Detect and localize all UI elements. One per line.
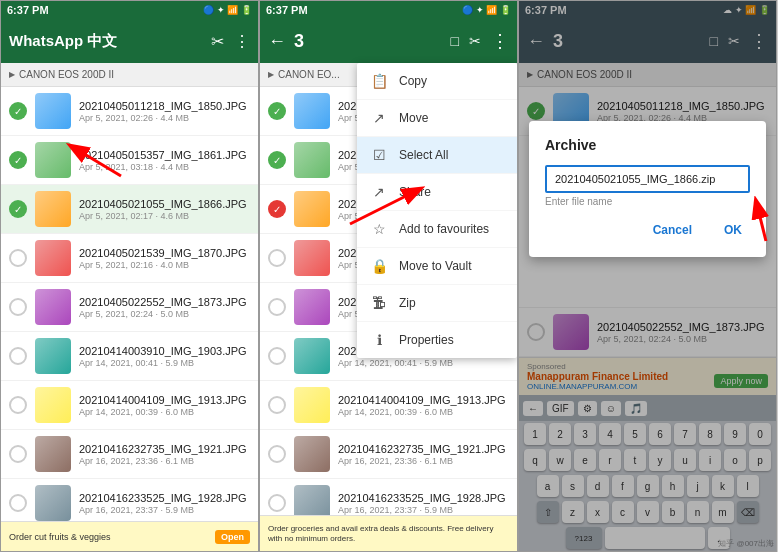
uncheck-icon (268, 249, 286, 267)
check-icon: ✓ (268, 151, 286, 169)
file-thumb (35, 387, 71, 423)
check-icon: ✓ (9, 102, 27, 120)
file-info: 20210416232735_IMG_1921.JPG Apr 16, 2021… (338, 443, 509, 466)
menu-label-vault: Move to Vault (399, 259, 471, 273)
file-item[interactable]: 20210416233525_IMG_1928.JPG Apr 16, 2021… (260, 479, 517, 515)
file-thumb (294, 338, 330, 374)
bottom-banner-2: Order groceries and avail extra deals & … (260, 515, 517, 551)
archive-buttons: Cancel OK (545, 219, 750, 241)
file-thumb (294, 93, 330, 129)
uncheck-icon (268, 445, 286, 463)
file-item[interactable]: ✓ 20210405011218_IMG_1850.JPG Apr 5, 202… (1, 87, 258, 136)
file-info: 20210414004109_IMG_1913.JPG Apr 14, 2021… (79, 394, 250, 417)
file-info: 20210405015357_IMG_1861.JPG Apr 5, 2021,… (79, 149, 250, 172)
file-item[interactable]: 20210414004109_IMG_1913.JPG Apr 14, 2021… (260, 381, 517, 430)
file-thumb (35, 142, 71, 178)
selection-count-2: 3 (294, 31, 304, 52)
archive-filename-input[interactable] (545, 165, 750, 193)
uncheck-icon (268, 298, 286, 316)
archive-title: Archive (545, 137, 750, 153)
breadcrumb-arrow-1: ▶ (9, 70, 15, 79)
file-info: 20210416233525_IMG_1928.JPG Apr 16, 2021… (79, 492, 250, 515)
file-thumb (294, 485, 330, 515)
menu-item-select-all[interactable]: ☑ Select All (357, 137, 517, 174)
panel-2: 6:37 PM 🔵 ✦ 📶 🔋 ← 3 □ ✂ ⋮ ▶ CANON EO... … (259, 0, 518, 552)
file-thumb (35, 93, 71, 129)
select-all-icon: ☑ (371, 147, 387, 163)
file-thumb (294, 240, 330, 276)
menu-label-move: Move (399, 111, 428, 125)
more-icon-1[interactable]: ⋮ (234, 32, 250, 51)
file-list-1[interactable]: ✓ 20210405011218_IMG_1850.JPG Apr 5, 202… (1, 87, 258, 521)
uncheck-icon (9, 249, 27, 267)
file-item[interactable]: 20210405021539_IMG_1870.JPG Apr 5, 2021,… (1, 234, 258, 283)
file-info: 20210416233525_IMG_1928.JPG Apr 16, 2021… (338, 492, 509, 515)
menu-label-properties: Properties (399, 333, 454, 347)
uncheck-icon (9, 298, 27, 316)
menu-item-copy[interactable]: 📋 Copy (357, 63, 517, 100)
copy-icon: 📋 (371, 73, 387, 89)
status-icons-1: 🔵 ✦ 📶 🔋 (203, 5, 252, 15)
app-header-2: ← 3 □ ✂ ⋮ (260, 19, 517, 63)
file-thumb (35, 338, 71, 374)
file-item[interactable]: 20210416232735_IMG_1921.JPG Apr 16, 2021… (260, 430, 517, 479)
archive-overlay (519, 1, 776, 551)
app-title-1: WhatsApp 中文 (9, 32, 117, 51)
file-thumb (35, 191, 71, 227)
menu-item-properties[interactable]: ℹ Properties (357, 322, 517, 358)
share-icon: ↗ (371, 184, 387, 200)
file-item[interactable]: ✓ 20210405021055_IMG_1866.JPG Apr 5, 202… (1, 185, 258, 234)
scissors-icon-1[interactable]: ✂ (211, 32, 224, 51)
open-button-1[interactable]: Open (215, 530, 250, 544)
file-info: 20210416232735_IMG_1921.JPG Apr 16, 2021… (79, 443, 250, 466)
uncheck-icon (268, 494, 286, 512)
breadcrumb-arrow-2: ▶ (268, 70, 274, 79)
menu-label-favourites: Add to favourites (399, 222, 489, 236)
bottom-banner-1: Order cut fruits & veggies Open (1, 521, 258, 551)
file-info: 20210405021055_IMG_1866.JPG Apr 5, 2021,… (79, 198, 250, 221)
file-item[interactable]: 20210414003910_IMG_1903.JPG Apr 14, 2021… (1, 332, 258, 381)
menu-item-favourites[interactable]: ☆ Add to favourites (357, 211, 517, 248)
uncheck-icon (268, 347, 286, 365)
copy-icon-2[interactable]: □ (451, 33, 459, 49)
menu-label-select-all: Select All (399, 148, 448, 162)
app-header-1: WhatsApp 中文 ✂ ⋮ (1, 19, 258, 63)
status-bar-1: 6:37 PM 🔵 ✦ 📶 🔋 (1, 1, 258, 19)
archive-dialog: Archive Enter file name Cancel OK (529, 121, 766, 257)
file-item[interactable]: 20210405022552_IMG_1873.JPG Apr 5, 2021,… (1, 283, 258, 332)
menu-item-vault[interactable]: 🔒 Move to Vault (357, 248, 517, 285)
info-icon: ℹ (371, 332, 387, 348)
scissors-icon-2[interactable]: ✂ (469, 33, 481, 49)
status-bar-2: 6:37 PM 🔵 ✦ 📶 🔋 (260, 1, 517, 19)
time-2: 6:37 PM (266, 4, 308, 16)
file-item[interactable]: 20210416232735_IMG_1921.JPG Apr 16, 2021… (1, 430, 258, 479)
file-item[interactable]: ✓ 20210405015357_IMG_1861.JPG Apr 5, 202… (1, 136, 258, 185)
zip-icon: 🗜 (371, 295, 387, 311)
breadcrumb-1: ▶ CANON EOS 200D II (1, 63, 258, 87)
menu-item-zip[interactable]: 🗜 Zip (357, 285, 517, 322)
archive-ok-button[interactable]: OK (716, 219, 750, 241)
file-thumb (35, 485, 71, 521)
check-icon: ✓ (9, 200, 27, 218)
file-thumb (294, 289, 330, 325)
check-icon: ✓ (268, 102, 286, 120)
status-icons-2: 🔵 ✦ 📶 🔋 (462, 5, 511, 15)
archive-cancel-button[interactable]: Cancel (645, 219, 700, 241)
uncheck-icon (9, 347, 27, 365)
menu-label-share: Share (399, 185, 431, 199)
context-menu[interactable]: 📋 Copy ↗ Move ☑ Select All ↗ Share ☆ Add… (357, 63, 517, 358)
file-item[interactable]: 20210416233525_IMG_1928.JPG Apr 16, 2021… (1, 479, 258, 521)
menu-label-copy: Copy (399, 74, 427, 88)
menu-item-move[interactable]: ↗ Move (357, 100, 517, 137)
menu-label-zip: Zip (399, 296, 416, 310)
menu-item-share[interactable]: ↗ Share (357, 174, 517, 211)
uncheck-icon (9, 445, 27, 463)
file-item[interactable]: 20210414004109_IMG_1913.JPG Apr 14, 2021… (1, 381, 258, 430)
back-button-2[interactable]: ← (268, 31, 286, 52)
more-icon-2[interactable]: ⋮ (491, 30, 509, 52)
move-icon: ↗ (371, 110, 387, 126)
panel-1: 6:37 PM 🔵 ✦ 📶 🔋 WhatsApp 中文 ✂ ⋮ ▶ CANON … (0, 0, 259, 552)
file-thumb (294, 436, 330, 472)
file-info: 20210414004109_IMG_1913.JPG Apr 14, 2021… (338, 394, 509, 417)
file-thumb (294, 387, 330, 423)
